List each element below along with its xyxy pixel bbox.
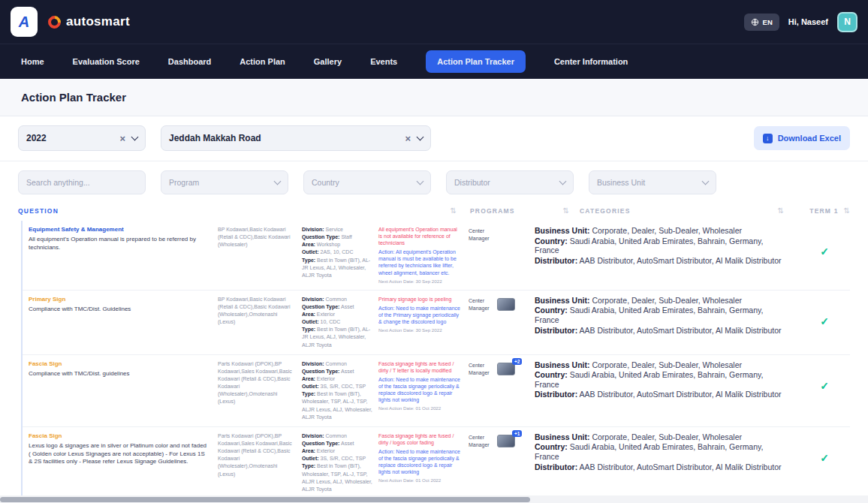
detail-type: Type: Best in Town (BiT), AL-JR Lexus, A… (302, 326, 372, 348)
issue-text: Primary signage logo is peeling (378, 296, 461, 303)
scrollbar-thumb[interactable] (0, 497, 530, 502)
table-row: Fascia Sign Compliance with TMC/Dist. gu… (23, 355, 850, 427)
detail-type: Type: Best in Town (BiT), AL-JR Lexus, A… (302, 257, 372, 279)
table-header: QUESTION ⇅ PROGRAMS ⇅ CATEGORIES ⇅ TERM … (18, 206, 850, 215)
chevron-down-icon (417, 134, 424, 141)
business-unit-filter-label: Business Unit (597, 178, 645, 187)
title-bar: Action Plan Tracker (0, 79, 868, 116)
nav-item-evaluation-score[interactable]: Evaluation Score (73, 57, 140, 66)
detail-outlet: Outlet: 3S, S/R, CDC, TSP (302, 383, 372, 390)
category-distributor: Distributor: AAB Distributor, AutoSmart … (535, 462, 784, 472)
column-term1-label[interactable]: TERM 1 (809, 207, 838, 215)
nav-item-action-plan[interactable]: Action Plan (240, 57, 285, 66)
assignee-cell: Center Manager (469, 226, 497, 242)
attachment-cell (497, 296, 535, 311)
action-text: Action: All equipment's Operation manual… (378, 248, 461, 276)
detail-question-type: Question Type: Asset (302, 303, 372, 311)
category-business-unit: Business Unit: Corporate, Dealer, Sub-De… (535, 296, 784, 306)
category-country: Country: Saudi Arabia, United Arab Emira… (535, 306, 784, 324)
distributor-filter-select[interactable]: Distributor (446, 170, 574, 194)
alj-logo-letter: A (19, 14, 29, 31)
clear-icon[interactable]: × (119, 134, 125, 143)
detail-question-type: Question Type: Staff (302, 233, 372, 241)
programs-cell: BP Kodawari,Basic Kodawari (Retail & CDC… (218, 226, 302, 248)
details-cell: Division: Common Question Type: Asset Ar… (302, 296, 378, 349)
secondary-filters: Program Country Distributor Business Uni… (18, 170, 850, 194)
assignee-cell: Center Manager (469, 360, 497, 377)
action-cell: Fascia signage lights are fused / dirty … (378, 432, 469, 484)
column-categories-label[interactable]: CATEGORIES (580, 207, 631, 215)
question-category-link[interactable]: Primary Sign (29, 296, 209, 303)
attachment-count-badge[interactable]: +1 (512, 430, 522, 437)
search-box (18, 170, 146, 194)
language-label: EN (763, 18, 773, 26)
clear-icon[interactable]: × (405, 134, 411, 143)
details-cell: Division: Service Question Type: Staff A… (302, 226, 378, 279)
horizontal-scrollbar[interactable] (0, 495, 868, 503)
nav-item-home[interactable]: Home (21, 57, 44, 66)
attachment-thumbnail[interactable] (497, 298, 515, 311)
language-selector[interactable]: EN (744, 14, 779, 31)
download-excel-button[interactable]: ↓ Download Excel (754, 126, 850, 150)
detail-outlet: Outlet: 10, CDC (302, 318, 372, 326)
action-text: Action: Need to make maintenance of the … (378, 376, 461, 403)
sort-icon[interactable]: ⇅ (451, 206, 457, 215)
detail-outlet: Outlet: 2AS, 10, CDC (302, 248, 372, 256)
question-text: Compliance with TMC/Dist. Guidelines (29, 306, 209, 314)
brand-name: autosmart (66, 14, 130, 29)
chevron-down-icon (274, 178, 282, 185)
action-cell: All equipment's Operation manual is not … (378, 226, 469, 285)
term1-cell: ✓ (799, 360, 850, 392)
category-distributor: Distributor: AAB Distributor, AutoSmart … (535, 326, 784, 336)
nav-item-center-information[interactable]: Center Information (554, 57, 628, 66)
question-text: Lexus logo & signages are in silver or P… (29, 442, 209, 466)
question-category-link[interactable]: Fascia Sign (29, 360, 209, 367)
nav-item-events[interactable]: Events (370, 57, 397, 66)
column-question-label[interactable]: QUESTION (18, 207, 59, 215)
detail-type: Type: Best in Town (BiT), Wholesaler, TS… (302, 462, 372, 493)
term1-check-icon: ✓ (820, 380, 829, 392)
autosmart-logo[interactable]: autosmart (48, 14, 130, 29)
nav-item-gallery[interactable]: Gallery (314, 57, 342, 66)
center-filter-value: Jeddah Makkah Road (169, 133, 261, 143)
assignee-cell: Center Manager (469, 432, 497, 449)
main-nav: Home Evaluation Score Dashboard Action P… (0, 44, 868, 79)
category-distributor: Distributor: AAB Distributor, AutoSmart … (535, 390, 784, 399)
sort-icon[interactable]: ⇅ (563, 206, 569, 215)
programs-cell: BP Kodawari,Basic Kodawari (Retail & CDC… (218, 296, 302, 327)
question-category-link[interactable]: Equipment Safety & Management (29, 226, 209, 233)
user-avatar[interactable]: N (837, 12, 857, 32)
business-unit-filter-select[interactable]: Business Unit (589, 170, 716, 194)
question-category-link[interactable]: Fascia Sign (29, 432, 209, 439)
greeting-text: Hi, Naseef (788, 17, 828, 26)
table-body: Equipment Safety & Management All equipm… (21, 221, 850, 503)
sort-icon[interactable]: ⇅ (844, 206, 850, 215)
term1-cell: ✓ (799, 296, 850, 327)
next-action-date: Next Action Date: 30 Sep 2022 (378, 279, 461, 285)
detail-outlet: Outlet: 3S, S/R, CDC, TSP (302, 455, 372, 462)
category-business-unit: Business Unit: Corporate, Dealer, Sub-De… (535, 226, 784, 236)
column-programs: PROGRAMS ⇅ (470, 206, 569, 215)
top-right-area: EN Hi, Naseef N (744, 12, 857, 32)
download-excel-label: Download Excel (778, 134, 841, 143)
country-filter-select[interactable]: Country (303, 170, 431, 194)
section-divider (0, 161, 868, 161)
center-filter-select[interactable]: Jeddah Makkah Road × (161, 125, 431, 151)
year-filter-value: 2022 (26, 133, 47, 143)
question-text: All equipment's Operation manual is prep… (29, 236, 209, 252)
detail-area: Area: Exterior (302, 375, 372, 383)
detail-division: Division: Common (302, 296, 372, 303)
nav-item-dashboard[interactable]: Dashboard (168, 57, 211, 66)
sort-icon[interactable]: ⇅ (778, 206, 784, 215)
attachment-cell: +1 (497, 432, 535, 447)
term1-cell: ✓ (799, 432, 850, 464)
search-input[interactable] (26, 178, 137, 187)
alj-logo[interactable]: A (11, 7, 38, 37)
action-cell: Fascia signage lights are fused / dirty … (378, 360, 469, 412)
detail-type: Type: Best in Town (BiT), Wholesaler, TS… (302, 390, 372, 421)
column-programs-label[interactable]: PROGRAMS (470, 207, 515, 215)
year-filter-select[interactable]: 2022 × (18, 125, 146, 151)
attachment-count-badge[interactable]: +2 (512, 358, 522, 365)
nav-item-action-plan-tracker[interactable]: Action Plan Tracker (426, 50, 526, 73)
program-filter-select[interactable]: Program (161, 170, 288, 194)
